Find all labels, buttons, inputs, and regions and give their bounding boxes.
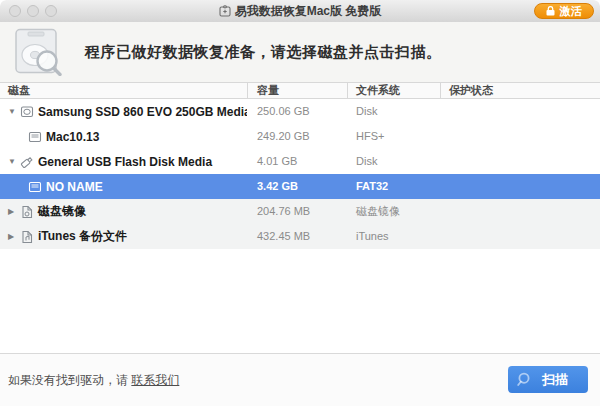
disk-name-cell: ▼General USB Flash Disk Media xyxy=(0,149,247,174)
contact-us-link[interactable]: 联系我们 xyxy=(131,372,179,389)
capacity-cell: 249.20 GB xyxy=(257,124,310,149)
filesystem-cell: 磁盘镜像 xyxy=(356,199,400,224)
capacity-cell: 4.01 GB xyxy=(257,149,297,174)
disk-name-cell: NO NAME xyxy=(0,174,247,199)
column-separator xyxy=(247,83,248,98)
activate-label: 激活 xyxy=(560,4,582,19)
app-proxy-icon xyxy=(219,5,231,17)
disk-name: Mac10.13 xyxy=(46,130,99,144)
disk-image-file-icon xyxy=(20,205,34,219)
scan-button[interactable]: 扫描 xyxy=(508,366,588,393)
capacity-cell: 432.45 MB xyxy=(257,224,310,249)
activate-button[interactable]: 激活 xyxy=(534,3,594,19)
table-row[interactable]: Mac10.13249.20 GBHFS+ xyxy=(0,124,600,149)
capacity-cell: 250.06 GB xyxy=(257,99,310,124)
disk-name-cell: ▶磁盘镜像 xyxy=(0,199,247,224)
volume-icon xyxy=(28,180,42,194)
capacity-cell: 204.76 MB xyxy=(257,199,310,224)
column-header-filesystem[interactable]: 文件系统 xyxy=(356,83,400,98)
filesystem-cell: Disk xyxy=(356,149,377,174)
itunes-file-icon xyxy=(20,230,34,244)
header-banner: 程序已做好数据恢复准备，请选择磁盘并点击扫描。 xyxy=(0,22,600,82)
search-icon xyxy=(517,372,532,387)
usb-icon xyxy=(20,155,34,169)
column-separator xyxy=(347,83,348,98)
disk-name: iTunes 备份文件 xyxy=(38,228,127,245)
filesystem-cell: HFS+ xyxy=(356,124,384,149)
disk-name: NO NAME xyxy=(46,180,103,194)
footer-bar: 如果没有找到驱动，请 联系我们 扫描 xyxy=(0,353,600,406)
volume-icon xyxy=(28,130,42,144)
disk-table-body: ▼Samsung SSD 860 EVO 250GB Media250.06 G… xyxy=(0,99,600,249)
table-row[interactable]: ▶iTunes 备份文件432.45 MBiTunes xyxy=(0,224,600,249)
filesystem-cell: FAT32 xyxy=(356,174,388,199)
column-header-protection[interactable]: 保护状态 xyxy=(449,83,493,98)
window-title: 易我数据恢复Mac版 免费版 xyxy=(235,3,382,20)
scan-label: 扫描 xyxy=(542,371,568,389)
disk-name: 磁盘镜像 xyxy=(38,203,86,220)
table-header: 磁盘 容量 文件系统 保护状态 xyxy=(0,82,600,99)
contact-hint: 如果没有找到驱动，请 联系我们 xyxy=(8,354,179,406)
column-header-disk[interactable]: 磁盘 xyxy=(8,83,30,98)
table-row[interactable]: NO NAME3.42 GBFAT32 xyxy=(0,174,600,199)
table-row[interactable]: ▼General USB Flash Disk Media4.01 GBDisk xyxy=(0,149,600,174)
contact-hint-text: 如果没有找到驱动，请 xyxy=(8,372,131,389)
title-bar: 易我数据恢复Mac版 免费版 激活 xyxy=(0,0,600,23)
hdd-icon xyxy=(20,105,34,119)
ready-message: 程序已做好数据恢复准备，请选择磁盘并点击扫描。 xyxy=(85,22,442,82)
disk-name-cell: Mac10.13 xyxy=(0,124,247,149)
filesystem-cell: iTunes xyxy=(356,224,389,249)
disk-name: Samsung SSD 860 EVO 250GB Media xyxy=(38,105,247,119)
disk-name: General USB Flash Disk Media xyxy=(38,155,212,169)
filesystem-cell: Disk xyxy=(356,99,377,124)
table-row[interactable]: ▼Samsung SSD 860 EVO 250GB Media250.06 G… xyxy=(0,99,600,124)
disclosure-expanded-icon[interactable]: ▼ xyxy=(8,157,20,166)
table-row[interactable]: ▶磁盘镜像204.76 MB磁盘镜像 xyxy=(0,199,600,224)
disclosure-collapsed-icon[interactable]: ▶ xyxy=(8,232,20,241)
disk-search-icon xyxy=(11,28,65,76)
disclosure-expanded-icon[interactable]: ▼ xyxy=(8,107,20,116)
capacity-cell: 3.42 GB xyxy=(257,174,298,199)
app-window: 易我数据恢复Mac版 免费版 激活 程序已做好数据恢复准备，请选择磁盘并点击扫描… xyxy=(0,0,600,406)
disk-name-cell: ▶iTunes 备份文件 xyxy=(0,224,247,249)
lock-icon xyxy=(546,6,555,16)
column-header-capacity[interactable]: 容量 xyxy=(257,83,279,98)
disk-name-cell: ▼Samsung SSD 860 EVO 250GB Media xyxy=(0,99,247,124)
disclosure-collapsed-icon[interactable]: ▶ xyxy=(8,207,20,216)
column-separator xyxy=(440,83,441,98)
